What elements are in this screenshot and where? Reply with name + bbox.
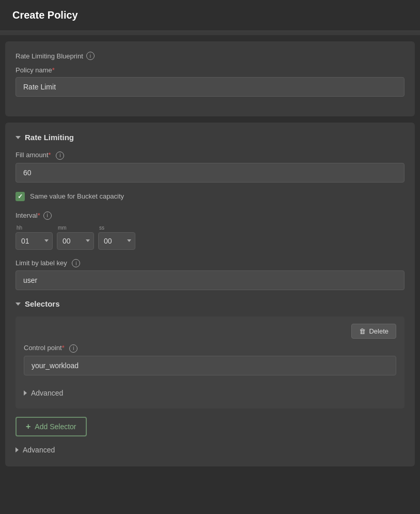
limit-label-key-field: Limit by label key i	[15, 259, 405, 291]
control-point-input[interactable]	[24, 356, 396, 375]
add-selector-button[interactable]: + Add Selector	[15, 417, 87, 436]
policy-name-field: Policy name*	[15, 66, 405, 97]
advanced-outer-row[interactable]: Advanced	[15, 441, 405, 456]
same-value-label: Same value for Bucket capacity	[30, 192, 124, 200]
ss-select[interactable]: 00 30	[98, 232, 135, 250]
fill-amount-field: Fill amount* i	[15, 151, 405, 183]
same-value-checkbox[interactable]: ✓	[15, 192, 25, 201]
rate-limiting-card: Rate Limiting Fill amount* i ✓ Same valu…	[5, 123, 415, 466]
trash-icon: 🗑	[359, 327, 366, 335]
selectors-title: Selectors	[25, 299, 60, 308]
advanced-inner-label: Advanced	[31, 389, 63, 397]
rate-limiting-title: Rate Limiting	[25, 133, 74, 142]
ss-field-group: ss 00 30	[98, 225, 135, 250]
limit-info-icon[interactable]: i	[72, 259, 80, 267]
hh-field-group: hh 01 02 03	[15, 225, 53, 250]
control-point-field: Control point* i	[24, 344, 396, 375]
page-header: Create Policy	[0, 0, 420, 31]
add-selector-label: Add Selector	[35, 422, 76, 431]
hh-select[interactable]: 01 02 03	[15, 232, 53, 250]
policy-name-input[interactable]	[15, 77, 405, 97]
limit-label-key-input[interactable]	[15, 270, 405, 290]
blueprint-card: Rate Limiting Blueprint i Policy name*	[5, 41, 415, 116]
delete-button[interactable]: 🗑 Delete	[351, 324, 396, 339]
selectors-header[interactable]: Selectors	[15, 299, 405, 308]
plus-icon: +	[26, 422, 30, 431]
interval-section: Interval* i hh 01 02 03 mm	[15, 211, 405, 250]
blueprint-label: Rate Limiting Blueprint i	[15, 52, 405, 60]
control-point-info-icon[interactable]: i	[69, 344, 77, 353]
divider-bar	[0, 31, 420, 35]
interval-fields: hh 01 02 03 mm 00 30	[15, 225, 405, 250]
advanced-outer-label: Advanced	[23, 446, 55, 454]
fill-amount-input[interactable]	[15, 163, 405, 183]
chevron-down-icon	[15, 136, 21, 139]
selectors-section: Selectors 🗑 Delete Control point* i	[15, 299, 405, 456]
same-value-row: ✓ Same value for Bucket capacity	[15, 192, 405, 201]
selectors-chevron-icon	[15, 303, 21, 306]
interval-info-icon[interactable]: i	[43, 211, 52, 220]
advanced-outer-chevron-icon	[15, 447, 19, 452]
advanced-inner-chevron-icon	[24, 390, 27, 396]
mm-select[interactable]: 00 30	[57, 232, 94, 250]
fill-amount-info-icon[interactable]: i	[56, 152, 64, 160]
delete-label: Delete	[369, 327, 388, 335]
advanced-inner-row[interactable]: Advanced	[24, 385, 396, 401]
page-title: Create Policy	[12, 9, 78, 21]
selector-item: 🗑 Delete Control point* i Advanced	[15, 316, 405, 409]
blueprint-info-icon[interactable]: i	[86, 52, 95, 60]
rate-limiting-section-header[interactable]: Rate Limiting	[15, 133, 405, 142]
mm-field-group: mm 00 30	[57, 225, 94, 250]
